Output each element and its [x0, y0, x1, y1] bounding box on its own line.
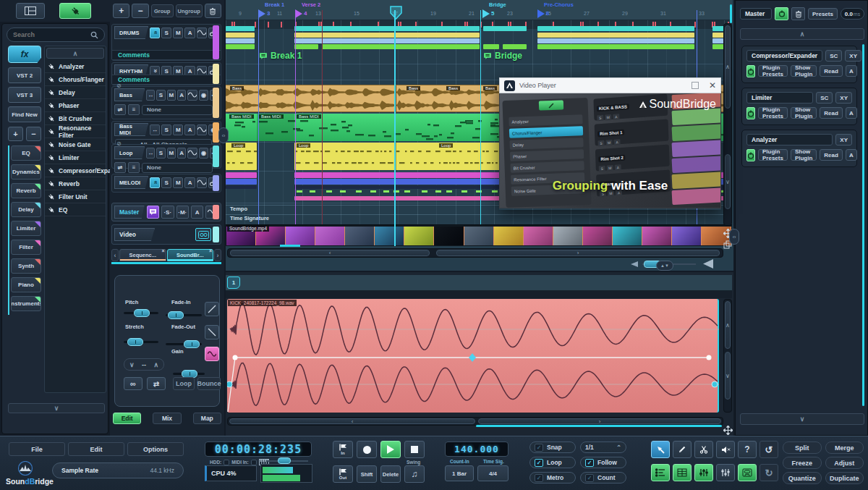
- track-name[interactable]: Bass MIDI: [114, 123, 148, 136]
- mute-button[interactable]: M: [173, 124, 183, 135]
- read-automation-button[interactable]: Read: [820, 65, 843, 77]
- toggle-snap[interactable]: ✓Snap: [529, 442, 576, 453]
- action-merge[interactable]: Merge: [825, 442, 864, 454]
- reverse-button[interactable]: ⇄: [147, 377, 166, 390]
- undo-button[interactable]: ↺: [760, 441, 778, 458]
- automation-button[interactable]: A: [177, 90, 186, 101]
- plugin-list-item[interactable]: Chorus/Flanger: [45, 73, 106, 86]
- track-header-loop[interactable]: ⊘Loop↔SMA◉◀⇌≡None: [111, 144, 221, 169]
- fade-in-curve-button[interactable]: [205, 302, 219, 316]
- fx-plugin-name[interactable]: Limiter: [746, 92, 813, 104]
- plugin-presets-button[interactable]: Plugin Presets: [758, 65, 788, 77]
- curve-icon[interactable]: [197, 177, 207, 188]
- loop-toggle-button[interactable]: ∞: [124, 377, 142, 390]
- fx-collapse-top[interactable]: ∧: [740, 28, 864, 40]
- pitch-slider[interactable]: [124, 312, 158, 314]
- video-thumbnail[interactable]: [553, 227, 583, 245]
- automation-button[interactable]: A: [184, 124, 195, 135]
- video-thumbnail[interactable]: [524, 227, 553, 245]
- plugin-list-item[interactable]: Noise Gate: [45, 138, 106, 151]
- read-automation-button[interactable]: Read: [820, 149, 843, 161]
- plugin-list-item[interactable]: Bit Crusher: [45, 112, 106, 125]
- plugin-list-item[interactable]: EQ: [45, 203, 106, 216]
- time-sig-value[interactable]: 4/4: [477, 465, 509, 481]
- bounce-button[interactable]: Bounce: [197, 377, 221, 390]
- maximize-icon[interactable]: [692, 82, 699, 89]
- mute-button[interactable]: M: [173, 28, 183, 38]
- count-in-value[interactable]: 1 Bar: [445, 465, 474, 481]
- category-eq[interactable]: EQ: [11, 145, 41, 161]
- channel-power-button[interactable]: [775, 7, 788, 20]
- io-value[interactable]: None: [142, 105, 213, 115]
- tool-scissors[interactable]: [694, 441, 713, 458]
- video-player-titlebar[interactable]: Video Player ✕: [499, 77, 721, 93]
- collapse-up-icon[interactable]: »: [150, 28, 160, 38]
- tabs-scroll-right[interactable]: ›: [214, 249, 221, 261]
- clip-segment[interactable]: [537, 26, 694, 31]
- video-thumbnail[interactable]: [345, 227, 375, 245]
- clip-segment[interactable]: [483, 26, 527, 31]
- editor-tab-map[interactable]: Map: [193, 413, 221, 424]
- playhead-marker[interactable]: [390, 6, 402, 20]
- stepper-up-icon[interactable]: ∧: [153, 361, 158, 368]
- track-name[interactable]: Loop: [114, 146, 145, 159]
- zoom-out-icon[interactable]: [631, 261, 638, 267]
- view-tracklist-button[interactable]: [651, 464, 670, 481]
- track-header-rhythm[interactable]: RHYTHM»SMAComments: [111, 62, 221, 85]
- editor-tab-mix[interactable]: Mix: [153, 413, 181, 424]
- video-thumbnail[interactable]: [613, 227, 642, 245]
- hdd-checkbox[interactable]: [224, 460, 229, 465]
- video-thumbnail[interactable]: [464, 227, 494, 245]
- video-player-window[interactable]: Video Player ✕ AnalyzerChorus/FlangerDel…: [499, 77, 721, 210]
- timeline-ruler[interactable]: 9111315171921232527293133Break 13Verse 2…: [226, 0, 732, 20]
- delete-track-button[interactable]: [205, 4, 221, 18]
- track-header-melodi[interactable]: MELODI»SMA: [111, 174, 221, 193]
- curve-icon[interactable]: [187, 90, 197, 101]
- video-thumbnail[interactable]: [315, 227, 345, 245]
- solo-button[interactable]: S: [161, 28, 171, 38]
- checkbox-metro[interactable]: ✓: [535, 474, 543, 482]
- record-arm-button[interactable]: ◉: [199, 148, 208, 159]
- track-name[interactable]: DRUMS: [114, 26, 148, 39]
- video-track-row[interactable]: Video: [111, 224, 221, 245]
- plugin-list-item[interactable]: Compressor/Expande: [45, 164, 106, 177]
- curve-icon[interactable]: [197, 124, 207, 135]
- tool-help[interactable]: ?: [738, 441, 757, 458]
- checkbox-count[interactable]: ✓: [585, 474, 594, 482]
- fx-panel-scrollbar[interactable]: [862, 44, 864, 406]
- editor-vscroll-top[interactable]: ∧: [725, 301, 731, 349]
- automation-a-button[interactable]: A: [846, 107, 857, 119]
- toggle-count[interactable]: ✓Count: [580, 472, 626, 483]
- category-limiter[interactable]: Limiter: [11, 221, 41, 236]
- editor-ruler[interactable]: 1: [226, 275, 732, 291]
- category-dynamics[interactable]: Dynamics: [11, 164, 41, 179]
- action-quantize[interactable]: Quantize: [783, 472, 822, 484]
- menu-edit[interactable]: Edit: [68, 442, 124, 456]
- plugin-browser-button[interactable]: [59, 3, 91, 19]
- tab-close-icon[interactable]: ×: [161, 248, 164, 253]
- extend-icon[interactable]: ↔: [146, 148, 155, 159]
- fade-out-handle[interactable]: [184, 340, 200, 348]
- action-adjust[interactable]: Adjust: [825, 457, 864, 469]
- clip-segment[interactable]: [226, 179, 257, 185]
- master-comments-button[interactable]: [147, 206, 159, 219]
- clip-segment[interactable]: [537, 33, 694, 38]
- stretch-slider-handle[interactable]: [127, 338, 143, 346]
- editor-pan-icon[interactable]: [723, 426, 733, 435]
- timeline-marker-flag[interactable]: [537, 9, 545, 18]
- curve-icon[interactable]: [197, 28, 207, 38]
- clip-editor-view[interactable]: 1 16 KICK_240817-172224_98.wav ∧ ∨ ‹ ›: [226, 272, 733, 436]
- stepper-down-icon[interactable]: ∨: [129, 361, 135, 368]
- solo-button[interactable]: S: [156, 148, 165, 159]
- record-button[interactable]: [357, 441, 377, 458]
- checkbox-follow[interactable]: ✓: [585, 459, 594, 467]
- punch-in-button[interactable]: In: [333, 441, 353, 458]
- plugin-list-item[interactable]: Phaser: [45, 99, 106, 112]
- category-delay[interactable]: Delay: [11, 202, 41, 217]
- audio-clip[interactable]: KICK_240817-172224_98.wav: [227, 299, 719, 413]
- menu-file[interactable]: File: [9, 442, 65, 456]
- mute-button[interactable]: M: [167, 148, 176, 159]
- sequence-tab[interactable]: Sequenc...×: [119, 249, 166, 261]
- view-mixer-button[interactable]: [694, 464, 713, 481]
- solo-button[interactable]: S: [161, 177, 171, 188]
